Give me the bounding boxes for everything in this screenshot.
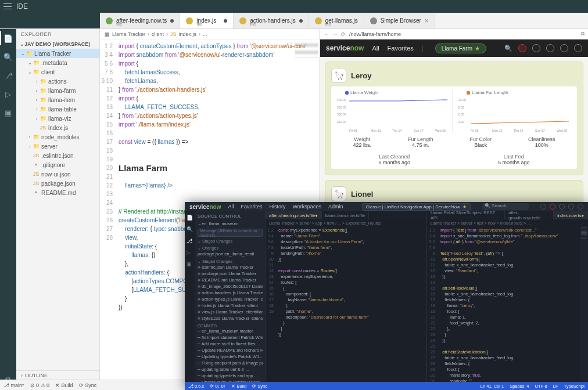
folder-llama-item[interactable]: ›📁llama-item: [16, 95, 99, 104]
changed-file[interactable]: ⎆ action-handlers.js Llama Tracker ·cl..…: [198, 290, 263, 296]
breadcrumb[interactable]: Llama Tracker > server > app > now / ...…: [266, 219, 426, 226]
file-index.js[interactable]: JSindex.js: [16, 123, 99, 132]
tab-after-growth[interactable]: after-growth.now.tsfile: [505, 211, 554, 219]
commit-item[interactable]: ⎼ Updating typedefs Patrick Wil...: [198, 353, 263, 360]
tab-action-handlers[interactable]: action-handlers.js file: [234, 13, 309, 28]
changed-file[interactable]: package.json en_llama_retail: [198, 251, 263, 257]
problems-indicator[interactable]: ⊘ 0 ⚠ 0: [30, 382, 50, 388]
cursor-pos[interactable]: Ln 41, Col 1: [481, 384, 504, 389]
debug-icon[interactable]: ▷: [187, 250, 193, 257]
notif-icon[interactable]: [540, 204, 546, 210]
help-icon[interactable]: [532, 44, 540, 52]
commit-message-input[interactable]: Message (⌘Enter to commit on 'master'): [198, 229, 263, 237]
changes-header[interactable]: ⌄ Changes: [198, 246, 263, 251]
file-now-ui.json[interactable]: JSnow-ui.json: [16, 169, 99, 179]
breadcrumb[interactable]: ▦ Llama Tracker› client› JS index.js› ..…: [100, 29, 320, 39]
nav-all[interactable]: All: [228, 204, 234, 210]
sync-status[interactable]: ⟳ 0↓ 0↑: [210, 384, 225, 389]
commit-item[interactable]: ⎼ Fixing endpoint path & image path ...: [198, 360, 263, 366]
commit-item[interactable]: ⎼ updating typedefs and app ...: [198, 373, 263, 379]
changed-file[interactable]: ⎆ action-types.js Llama Tracker ·clien..…: [198, 296, 263, 302]
url-bar[interactable]: /now/llama-farm/home: [349, 31, 578, 37]
changed-file[interactable]: ⎆ db_image_2b0cf5c0b1b7 Llama Tracker: [198, 283, 263, 290]
minimap[interactable]: [580, 226, 588, 382]
avatar-icon[interactable]: [574, 44, 582, 52]
nav-workspaces[interactable]: Workspaces: [293, 204, 321, 210]
folder-llama-farm[interactable]: ›📁llama-farm: [16, 86, 99, 95]
tab-index-now-ts[interactable]: index.now.ts ●: [554, 211, 588, 219]
code-editor-left[interactable]: 1 2 3 4 5 6 7 8 9 10 11 12 13 14 15 16 1…: [266, 226, 426, 382]
scm-icon[interactable]: ⎇: [187, 238, 193, 245]
nav-admin[interactable]: Admin: [328, 204, 343, 210]
explorer-icon[interactable]: 📄: [2, 32, 14, 44]
repo-name[interactable]: ⌄ en_llama_museum: [198, 221, 263, 227]
tab-simple-browser[interactable]: Simple Browser ×: [364, 13, 435, 28]
chat-icon[interactable]: [568, 204, 574, 210]
commit-item[interactable]: ⎼ fix import statement Patrick Wilson: [198, 334, 263, 341]
folder-Llama Tracker[interactable]: ⌄📁Llama Tracker: [16, 49, 99, 58]
help-icon[interactable]: [559, 204, 565, 210]
nav-history[interactable]: History: [270, 204, 286, 210]
workspace-pill[interactable]: Llama Farm★: [435, 44, 486, 53]
close-icon[interactable]: ×: [425, 17, 429, 25]
build-button[interactable]: ✕ Build: [55, 382, 73, 388]
encoding[interactable]: UTF-8: [535, 384, 547, 389]
chat-icon[interactable]: [546, 44, 554, 52]
tab-after-feeding[interactable]: after-feeding.now.ts file: [100, 13, 180, 28]
breadcrumb[interactable]: Llama Tracker > server > test > now > in…: [427, 219, 588, 226]
explorer-icon[interactable]: 📄: [187, 215, 193, 222]
back-icon[interactable]: ←: [324, 31, 329, 37]
folder-server[interactable]: ›📁server: [16, 142, 99, 151]
minimap[interactable]: [295, 42, 318, 71]
file-.eslintrc.json[interactable]: JS.eslintrc.json: [16, 151, 99, 160]
sync-btn[interactable]: ⟳ Sync: [252, 384, 267, 389]
eol[interactable]: LF: [553, 384, 558, 389]
avatar-icon[interactable]: [578, 204, 583, 210]
tab-llama-farm-now[interactable]: llama-farm.now.tsfile: [322, 211, 369, 219]
indent[interactable]: Spaces: 4: [510, 384, 529, 389]
tab-index-js[interactable]: index.js file: [180, 13, 234, 28]
nav-favorites[interactable]: Favorites: [388, 45, 414, 52]
open-external-icon[interactable]: ⧉: [581, 31, 585, 37]
branch[interactable]: ⎇ 0.6.x: [188, 384, 204, 389]
folder-client[interactable]: ⌄📁client: [16, 67, 99, 77]
search-icon[interactable]: 🔍: [187, 226, 193, 233]
folder-actions[interactable]: ›📁actions: [16, 77, 99, 86]
menu-icon[interactable]: [3, 3, 12, 9]
commits-header[interactable]: COMMITS: [198, 324, 263, 328]
lang[interactable]: TypeScript: [564, 384, 585, 389]
changed-file[interactable]: ⎆ view.js Llama Tracker ·client/llama-f.…: [198, 309, 263, 315]
workspace-name[interactable]: ⌄JAY DEMO (WORKSPACE): [16, 39, 99, 49]
commit-item[interactable]: ⎼ Update README.md Richard Ri...: [198, 347, 263, 353]
changed-file[interactable]: ⎆ README.md Llama Tracker: [198, 277, 263, 283]
changed-file[interactable]: ⎆ index.js Llama Tracker ·client: [198, 302, 263, 309]
reload-icon[interactable]: ⟳: [341, 31, 346, 37]
folder-node_modules[interactable]: ›📁node_modules: [16, 132, 99, 142]
search-icon[interactable]: 🔍: [504, 45, 512, 52]
settings-icon[interactable]: [560, 44, 568, 52]
search-input[interactable]: 🔍 Search: [482, 203, 529, 210]
changed-file[interactable]: ⎆ eslintrc.json Llama Tracker: [198, 264, 263, 270]
outline-section[interactable]: ›OUTLINE: [16, 370, 99, 380]
commit-item[interactable]: ⎼ updating table def & tr ...: [198, 366, 263, 373]
build-btn[interactable]: ✕ Build: [231, 384, 246, 389]
debug-icon[interactable]: ▷: [2, 88, 14, 100]
tab-after-shearing[interactable]: after-shearing.now.tsfile ●: [266, 211, 322, 219]
file-package.json[interactable]: JSpackage.json: [16, 179, 99, 188]
commit-item[interactable]: ⎼ en_llama_museum master: [198, 328, 263, 334]
commit-item[interactable]: ⎼ Add more stuff to fluent files ...: [198, 341, 263, 347]
app-switcher-pill[interactable]: Classic | Unified Navigation App | Servi…: [362, 203, 471, 211]
code-editor-right[interactable]: 1 2 3 4 5 6 7 8 9 10 11 12 13 14 15 16 1…: [427, 226, 588, 382]
extensions-icon[interactable]: ▣: [2, 107, 14, 118]
source-control-icon[interactable]: ⎇: [2, 70, 14, 81]
staged-header-2[interactable]: ⌄ Staged Changes: [198, 259, 263, 264]
branch-indicator[interactable]: ⎇ main*: [3, 382, 24, 388]
nav-favorites[interactable]: Favorites: [241, 204, 263, 210]
tab-get-llamas[interactable]: get-llamas.js file: [309, 13, 364, 28]
tab-rest-api[interactable]: Llama Retail StoreScripted REST API: [427, 211, 505, 219]
search-icon[interactable]: 🔍: [2, 51, 14, 63]
forward-icon[interactable]: →: [332, 31, 338, 37]
file-README.md[interactable]: ∘README.md: [16, 188, 99, 197]
folder-.metadata[interactable]: ⌄📁.metadata: [16, 58, 99, 67]
folder-llama-viz[interactable]: ›📁llama-viz: [16, 114, 99, 123]
